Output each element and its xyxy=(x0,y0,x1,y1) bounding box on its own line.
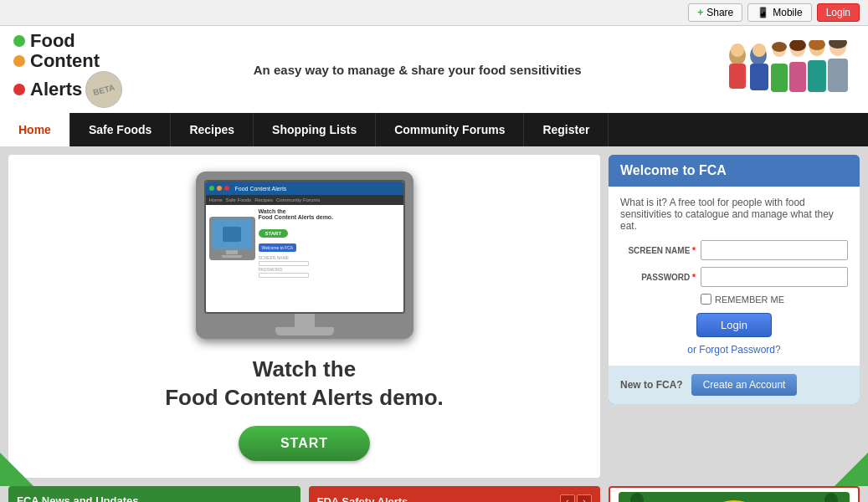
logo-text-content: Content xyxy=(30,51,100,71)
share-icon: + xyxy=(697,7,703,18)
new-account-bar: New to FCA? Create an Account xyxy=(609,366,860,404)
nav-item-home[interactable]: Home xyxy=(0,113,70,146)
navigation: Home Safe Foods Recipes Shopping Lists C… xyxy=(0,113,868,146)
nav-recipes-label: Recipes xyxy=(189,123,234,136)
welcome-title: Welcome to FCA xyxy=(620,163,727,177)
share-label: Share xyxy=(706,7,733,18)
svg-rect-12 xyxy=(808,60,826,92)
nav-item-shopping-lists[interactable]: Shopping Lists xyxy=(254,113,376,146)
fca-news-title: FCA News and Updates xyxy=(17,494,292,502)
fca-news-panel: FCA News and Updates FOOD CONTENT ALERTS… xyxy=(8,486,300,502)
logo-line-1: Food xyxy=(13,31,122,51)
decorative-triangle-left xyxy=(0,453,33,486)
svg-rect-4 xyxy=(750,64,768,90)
tagline: An easy way to manage & share your food … xyxy=(122,63,712,77)
svg-point-2 xyxy=(731,44,744,57)
screen-name-required: * xyxy=(692,246,696,255)
logo-text-food: Food xyxy=(30,31,75,51)
fda-alerts-title: FDA Safety Alerts ‹ › xyxy=(317,494,593,502)
start-button[interactable]: START xyxy=(239,426,370,461)
nav-home-label: Home xyxy=(18,123,51,136)
delmonte-inner: Del Monte Quality xyxy=(610,488,858,502)
dot-orange xyxy=(13,55,25,67)
remember-me-label: REMEMBER ME xyxy=(715,295,784,305)
mobile-button[interactable]: 📱 Mobile xyxy=(747,3,811,22)
password-label-text: PASSWORD xyxy=(641,273,690,282)
welcome-box: Welcome to FCA What is it? A free tool f… xyxy=(609,155,860,404)
monitor-graphic: Food Content Alerts Home Safe Foods Reci… xyxy=(196,172,413,339)
nav-item-recipes[interactable]: Recipes xyxy=(171,113,254,146)
right-panel: Welcome to FCA What is it? A free tool f… xyxy=(609,155,860,478)
svg-rect-9 xyxy=(789,62,806,92)
screen-name-input[interactable] xyxy=(701,240,848,260)
nav-register-label: Register xyxy=(542,123,589,136)
logo-line-2: Content xyxy=(13,51,122,71)
login-main-button[interactable]: Login xyxy=(696,313,772,337)
remember-me-checkbox[interactable] xyxy=(701,294,711,305)
svg-point-18 xyxy=(630,493,644,502)
bottom-section: FCA News and Updates FOOD CONTENT ALERTS… xyxy=(0,486,868,502)
beta-badge: BETA xyxy=(81,67,126,112)
nav-item-community-forums[interactable]: Community Forums xyxy=(376,113,524,146)
svg-point-22 xyxy=(824,493,838,502)
demo-heading-line1: Watch the xyxy=(253,356,356,382)
nav-item-register[interactable]: Register xyxy=(524,113,609,146)
welcome-header: Welcome to FCA xyxy=(609,155,860,187)
alert-navigation: ‹ › xyxy=(560,494,592,502)
decorative-triangle-right xyxy=(835,453,868,486)
screen-name-label: SCREEN NAME * xyxy=(620,246,696,255)
password-label: PASSWORD * xyxy=(620,273,696,282)
screen-name-field-row: SCREEN NAME * xyxy=(620,240,848,260)
monitor-stand-base xyxy=(275,327,334,336)
logo-text-alerts: Alerts xyxy=(30,79,82,100)
svg-point-5 xyxy=(752,44,766,57)
alert-prev-button[interactable]: ‹ xyxy=(560,494,575,502)
svg-rect-15 xyxy=(828,59,848,92)
left-panel: Food Content Alerts Home Safe Foods Reci… xyxy=(8,155,600,478)
monitor-screen: Food Content Alerts Home Safe Foods Reci… xyxy=(204,180,405,314)
demo-heading: Watch the Food Content Alerts demo. xyxy=(165,356,444,412)
remember-me-row: REMEMBER ME xyxy=(620,294,848,305)
fda-alerts-title-text: FDA Safety Alerts xyxy=(317,495,408,502)
demo-heading-line2: Food Content Alerts demo. xyxy=(165,385,444,410)
new-to-fca-label: New to FCA? xyxy=(620,379,683,391)
login-top-label: Login xyxy=(826,7,850,18)
mobile-icon: 📱 xyxy=(757,7,769,18)
nav-community-forums-label: Community Forums xyxy=(394,123,505,136)
svg-rect-1 xyxy=(729,64,746,89)
dot-red xyxy=(13,84,25,95)
mobile-label: Mobile xyxy=(773,7,802,18)
forgot-password-area: or Forgot Password? xyxy=(620,344,848,356)
screen-name-label-text: SCREEN NAME xyxy=(628,246,690,255)
share-button[interactable]: + Share xyxy=(688,3,742,22)
alert-next-button[interactable]: › xyxy=(577,494,592,502)
delmonte-background: Del Monte Quality xyxy=(619,492,850,502)
header: Food Content Alerts BETA An easy way to … xyxy=(0,26,868,113)
create-account-button[interactable]: Create an Account xyxy=(691,374,798,396)
login-top-button[interactable]: Login xyxy=(817,3,860,22)
top-bar: + Share 📱 Mobile Login xyxy=(0,0,868,26)
password-field-row: PASSWORD * xyxy=(620,267,848,287)
nav-safe-foods-label: Safe Foods xyxy=(89,123,152,136)
welcome-body: What is it? A free tool for people with … xyxy=(609,187,860,366)
fda-alerts-panel: FDA Safety Alerts ‹ › ! Nutrition Global… xyxy=(309,486,601,502)
demo-text-area: Watch the Food Content Alerts demo. xyxy=(165,356,444,412)
main-content: Food Content Alerts Home Safe Foods Reci… xyxy=(0,146,868,486)
forgot-password-link[interactable]: or Forgot Password? xyxy=(687,344,780,356)
logo-line-3: Alerts BETA xyxy=(13,71,122,108)
password-required: * xyxy=(692,273,696,282)
svg-point-8 xyxy=(772,42,787,52)
dot-green xyxy=(13,35,25,47)
svg-rect-6 xyxy=(771,64,788,92)
password-input[interactable] xyxy=(701,267,848,287)
welcome-description: What is it? A free tool for people with … xyxy=(620,197,848,232)
monitor-stand-neck xyxy=(295,314,315,327)
logo-area: Food Content Alerts BETA xyxy=(13,31,122,108)
delmonte-advertisement[interactable]: Del Monte Quality xyxy=(609,486,860,502)
nav-shopping-lists-label: Shopping Lists xyxy=(272,123,357,136)
nav-item-safe-foods[interactable]: Safe Foods xyxy=(70,113,171,146)
people-graphic xyxy=(721,40,855,99)
